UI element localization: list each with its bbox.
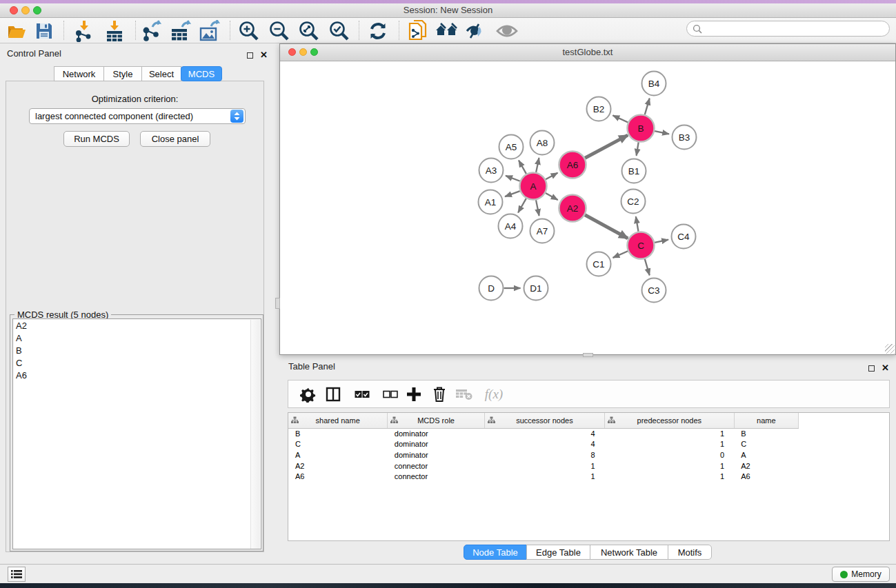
open-session-icon[interactable] <box>5 19 28 42</box>
mcds-result-list[interactable]: A2ABCA6 <box>12 318 261 549</box>
table-cell[interactable]: A <box>288 449 388 460</box>
minimize-network-window-button[interactable] <box>299 48 307 56</box>
network-window-titlebar[interactable]: testGlobe.txt <box>280 44 895 61</box>
table-cell[interactable]: dominator <box>388 428 484 439</box>
column-header-predecessor-nodes[interactable]: predecessor nodes <box>605 413 735 428</box>
memory-button[interactable]: Memory <box>832 567 890 582</box>
graph-edge[interactable] <box>613 251 628 258</box>
graph-edge[interactable] <box>518 199 526 213</box>
run-mcds-button[interactable]: Run MCDS <box>63 131 130 147</box>
table-cell[interactable]: A <box>734 449 798 460</box>
graph-edge[interactable] <box>585 215 628 239</box>
zoom-in-icon[interactable] <box>237 19 261 42</box>
graph-edge[interactable] <box>505 191 520 196</box>
graph-edge[interactable] <box>655 240 668 243</box>
maximize-network-window-button[interactable] <box>310 48 318 56</box>
node-table[interactable]: shared name MCDS role successor nodes pr… <box>288 412 890 541</box>
graph-edge[interactable] <box>655 131 669 134</box>
table-cell[interactable]: 1 <box>605 460 735 472</box>
vertical-splitter-handle[interactable] <box>275 298 280 309</box>
table-cell[interactable]: connector <box>388 460 484 472</box>
column-header-shared-name[interactable]: shared name <box>288 413 388 428</box>
table-cell[interactable]: B <box>288 428 388 439</box>
tab-select[interactable]: Select <box>141 66 181 81</box>
result-item[interactable]: A6 <box>13 369 261 381</box>
show-graphics-details-icon[interactable] <box>464 19 488 42</box>
highlight-eye-icon[interactable] <box>495 19 519 42</box>
search-input[interactable] <box>702 24 889 34</box>
export-image-icon[interactable] <box>198 19 221 42</box>
export-table-icon[interactable] <box>169 19 192 42</box>
table-settings-gear-icon[interactable] <box>298 384 319 405</box>
network-graph-canvas[interactable]: B4B2BB3A8A5A6A3B1AC2A1A2A4A7C4CC1DD1C3 <box>280 61 895 354</box>
table-cell[interactable]: A6 <box>288 471 388 482</box>
table-cell[interactable]: B <box>734 428 798 439</box>
tab-network-table[interactable]: Network Table <box>590 545 668 560</box>
graph-edge[interactable] <box>613 115 628 122</box>
result-item[interactable]: B <box>13 344 261 356</box>
table-cell[interactable]: dominator <box>388 439 484 450</box>
hide-panels-icon[interactable] <box>435 19 458 42</box>
minimize-window-button[interactable] <box>21 6 30 14</box>
search-box[interactable] <box>686 21 890 37</box>
table-cell[interactable]: 4 <box>484 439 604 450</box>
maximize-window-button[interactable] <box>33 6 41 14</box>
graph-edge[interactable] <box>637 142 639 156</box>
export-network-icon[interactable] <box>140 19 163 42</box>
result-item[interactable]: C <box>13 356 261 369</box>
graph-edge[interactable] <box>585 135 628 158</box>
tab-network[interactable]: Network <box>54 66 104 81</box>
table-row[interactable]: A6connector11A6 <box>288 471 799 482</box>
table-cell[interactable]: dominator <box>388 449 484 460</box>
criterion-dropdown[interactable]: largest connected component (directed) <box>29 108 246 124</box>
tab-node-table[interactable]: Node Table <box>464 545 527 560</box>
import-table-icon[interactable] <box>103 19 126 42</box>
delete-table-icon[interactable] <box>454 384 475 405</box>
table-cell[interactable]: 8 <box>484 449 604 460</box>
table-cell[interactable]: 0 <box>605 449 735 460</box>
save-session-icon[interactable] <box>32 19 56 42</box>
graph-edge[interactable] <box>536 200 539 216</box>
graph-edge[interactable] <box>546 173 557 180</box>
refresh-icon[interactable] <box>366 19 390 42</box>
close-table-panel-icon[interactable]: ✕ <box>882 361 890 369</box>
table-cell[interactable]: A2 <box>288 460 388 472</box>
tab-style[interactable]: Style <box>103 66 142 81</box>
new-network-from-file-icon[interactable] <box>407 19 430 42</box>
graph-edge[interactable] <box>506 176 520 181</box>
tab-mcds[interactable]: MCDS <box>181 66 222 81</box>
column-header-mcds-role[interactable]: MCDS role <box>388 413 484 428</box>
graph-edge[interactable] <box>645 99 650 115</box>
column-header-name[interactable]: name <box>734 413 798 428</box>
table-cell[interactable]: C <box>288 439 388 450</box>
float-table-panel-icon[interactable] <box>868 362 877 370</box>
tab-motifs[interactable]: Motifs <box>668 545 712 560</box>
window-resize-grip[interactable] <box>885 344 895 354</box>
function-builder-icon[interactable]: f(x) <box>480 384 508 405</box>
zoom-fit-icon[interactable] <box>297 19 321 42</box>
table-row[interactable]: Cdominator41C <box>288 439 799 450</box>
task-history-button[interactable] <box>8 567 26 582</box>
float-panel-icon[interactable] <box>247 49 255 57</box>
graph-edge[interactable] <box>636 216 639 232</box>
table-cell[interactable]: connector <box>388 471 484 482</box>
horizontal-splitter-handle[interactable] <box>583 353 593 357</box>
result-item[interactable]: A2 <box>13 319 261 332</box>
close-network-window-button[interactable] <box>288 48 296 56</box>
table-row[interactable]: Adominator80A <box>288 449 799 460</box>
import-network-icon[interactable] <box>72 19 96 42</box>
table-cell[interactable]: 4 <box>484 428 604 439</box>
table-cell[interactable]: A2 <box>734 460 798 472</box>
scrollbar-track[interactable] <box>250 320 260 549</box>
select-all-icon[interactable] <box>352 384 372 405</box>
graph-edge[interactable] <box>536 158 539 172</box>
zoom-selected-icon[interactable] <box>328 19 351 42</box>
show-columns-icon[interactable] <box>323 384 344 405</box>
table-row[interactable]: Bdominator41B <box>288 428 799 439</box>
table-cell[interactable]: 1 <box>484 460 604 472</box>
table-row[interactable]: A2connector11A2 <box>288 460 799 472</box>
close-panel-button[interactable]: Close panel <box>140 131 210 147</box>
result-item[interactable]: A <box>13 332 261 344</box>
zoom-out-icon[interactable] <box>268 19 291 42</box>
create-column-icon[interactable] <box>404 384 424 405</box>
